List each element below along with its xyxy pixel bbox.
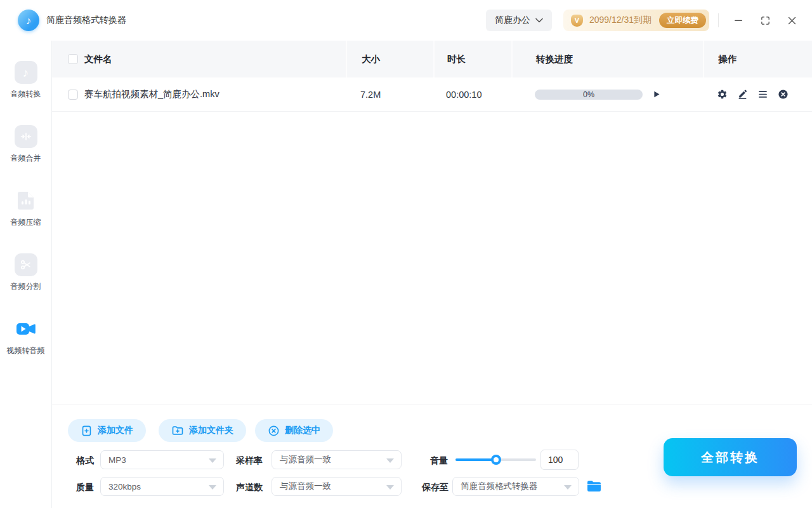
add-folder-button[interactable]: 添加文件夹 — [159, 419, 246, 442]
save-path-select[interactable]: 简鹿音频格式转换器 — [452, 477, 579, 496]
compress-file-icon — [15, 189, 37, 212]
account-dropdown-label: 简鹿办公 — [495, 15, 530, 26]
rename-pencil-icon[interactable] — [737, 89, 748, 100]
format-label: 格式 — [76, 455, 94, 467]
dropdown-arrow-icon — [386, 458, 394, 463]
title-bar: ♪ 简鹿音频格式转换器 简鹿办公 V 2099/12/31到期 立即续费 — [0, 0, 812, 41]
table-row: 赛车航拍视频素材_简鹿办公.mkv 7.2M 00:00:10 0% — [52, 77, 812, 112]
play-icon[interactable] — [652, 90, 661, 99]
chevron-down-icon — [535, 18, 543, 23]
progress-bar: 0% — [535, 90, 643, 100]
table-header: 文件名 大小 时长 转换进度 操作 — [52, 41, 812, 77]
dropdown-arrow-icon — [209, 485, 216, 490]
volume-slider[interactable] — [455, 455, 536, 465]
progress-percent-label: 0% — [535, 90, 643, 100]
sidebar: ♪ 音频转换 音频合并 音频压缩 音频分割 — [0, 41, 52, 508]
window-controls-divider — [718, 13, 719, 27]
circle-x-icon — [268, 425, 280, 437]
license-banner: V 2099/12/31到期 立即续费 — [563, 10, 709, 31]
folder-plus-icon — [171, 424, 184, 437]
file-info-list-icon[interactable] — [757, 89, 768, 100]
delete-selected-button[interactable]: 删除选中 — [255, 419, 333, 442]
footer-divider — [52, 404, 812, 405]
folder-icon — [587, 480, 601, 493]
channels-label: 声道数 — [236, 482, 263, 493]
header-filename: 文件名 — [84, 53, 112, 65]
quality-label: 质量 — [76, 482, 94, 493]
license-expiry-text: 2099/12/31到期 — [589, 15, 652, 26]
sidebar-item-audio-convert[interactable]: ♪ 音频转换 — [0, 61, 52, 100]
volume-slider-thumb[interactable] — [491, 455, 501, 465]
maximize-button[interactable] — [759, 14, 771, 27]
remove-circle-icon[interactable] — [778, 89, 789, 100]
channels-select[interactable]: 与源音频一致 — [272, 477, 402, 496]
volume-value-input[interactable] — [540, 450, 579, 470]
dropdown-arrow-icon — [386, 485, 394, 490]
header-progress: 转换进度 — [511, 41, 703, 77]
scissors-icon — [15, 253, 37, 276]
sidebar-item-video-to-audio[interactable]: 视频转音频 — [0, 318, 52, 356]
sample-rate-select[interactable]: 与源音频一致 — [272, 450, 402, 469]
add-file-button[interactable]: 添加文件 — [68, 419, 146, 442]
sidebar-item-audio-split[interactable]: 音频分割 — [0, 253, 52, 292]
vip-badge-icon: V — [571, 15, 583, 27]
video-camera-icon — [15, 318, 37, 340]
dropdown-arrow-icon — [564, 485, 572, 490]
music-note-icon: ♪ — [15, 61, 37, 84]
header-duration: 时长 — [433, 41, 511, 77]
app-title: 简鹿音频格式转换器 — [46, 15, 126, 26]
header-operations: 操作 — [703, 41, 812, 77]
minimize-button[interactable] — [732, 14, 745, 27]
browse-folder-button[interactable] — [587, 479, 602, 493]
row-filename: 赛车航拍视频素材_简鹿办公.mkv — [84, 88, 219, 100]
convert-all-button[interactable]: 全部转换 — [664, 438, 797, 476]
file-plus-icon — [81, 425, 93, 437]
settings-gear-icon[interactable] — [717, 89, 728, 100]
account-dropdown[interactable]: 简鹿办公 — [486, 10, 552, 31]
row-size: 7.2M — [346, 90, 433, 100]
format-select[interactable]: MP3 — [100, 450, 224, 469]
sample-rate-label: 采样率 — [236, 455, 263, 467]
quality-select[interactable]: 320kbps — [100, 477, 224, 496]
sidebar-item-audio-compress[interactable]: 音频压缩 — [0, 189, 52, 228]
row-duration: 00:00:10 — [433, 90, 511, 100]
row-checkbox[interactable] — [68, 90, 78, 100]
header-size: 大小 — [346, 41, 433, 77]
merge-arrows-icon — [15, 125, 37, 148]
renew-button[interactable]: 立即续费 — [659, 13, 706, 28]
select-all-checkbox[interactable] — [68, 54, 78, 64]
save-to-label: 保存至 — [422, 482, 449, 493]
sidebar-item-audio-merge[interactable]: 音频合并 — [0, 125, 52, 164]
close-button[interactable] — [785, 14, 798, 27]
dropdown-arrow-icon — [209, 458, 216, 463]
volume-label: 音量 — [430, 455, 448, 467]
volume-slider-fill — [455, 458, 496, 461]
app-logo-icon: ♪ — [18, 10, 39, 31]
